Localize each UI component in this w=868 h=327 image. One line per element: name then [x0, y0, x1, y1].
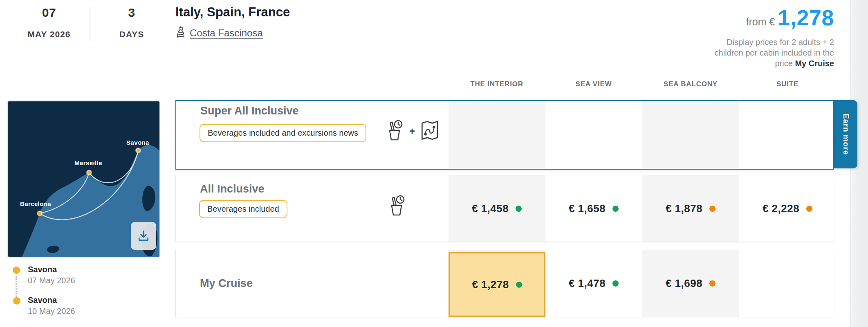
itinerary-port: Savona — [28, 265, 57, 274]
ship-name-link[interactable]: Costa Fascinosa — [190, 27, 263, 39]
column-header-suite: SUITE — [739, 80, 836, 88]
price-disclaimer: Display prices for 2 adults + 2 children… — [605, 37, 834, 69]
availability-dot — [612, 206, 619, 212]
plan-name: My Cruise — [200, 277, 253, 290]
price-value: € 2,228 — [763, 202, 799, 215]
departure-day: 07 — [25, 6, 74, 20]
map-route-icon — [419, 119, 440, 143]
price-cell-mycruise-sea-balcony[interactable]: € 1,698 — [642, 250, 739, 317]
itinerary-port: Savona — [28, 296, 57, 305]
price-cell-all-sea-view[interactable]: € 1,658 — [545, 175, 642, 242]
from-label: from € — [746, 16, 775, 28]
from-price-value: 1,278 — [778, 5, 834, 30]
availability-dot — [516, 206, 522, 212]
price-cell-all-sea-balcony[interactable]: € 1,878 — [642, 175, 739, 242]
disclaimer-my-cruise: My Cruise — [795, 59, 834, 68]
availability-dot — [709, 206, 715, 212]
plan-icons — [386, 193, 407, 219]
header-divider — [90, 6, 90, 42]
availability-dot — [516, 282, 522, 288]
port-dot-barcelona — [38, 211, 42, 216]
price-value: € 1,458 — [472, 202, 509, 215]
download-icon — [137, 229, 150, 242]
itinerary-date: 10 May 2026 — [28, 307, 75, 316]
cruise-pricing-page: 07 MAY 2026 3 DAYS Italy, Spain, France … — [0, 0, 868, 327]
plan-badge: Beverages included and excursions news — [200, 124, 366, 142]
plan-card-super-all-inclusive: Super All Inclusive Beverages included a… — [175, 100, 834, 170]
itinerary-map[interactable]: Savona Marseille Barcelona — [8, 101, 159, 257]
itinerary-connector — [16, 276, 17, 297]
plan-badge: Beverages included — [199, 200, 287, 218]
from-price-row: from € 1,278 — [746, 5, 834, 30]
plus-separator: + — [409, 125, 415, 137]
port-label-barcelona: Barcelona — [20, 200, 51, 207]
column-stripe — [642, 101, 739, 169]
availability-dot — [709, 280, 715, 287]
earn-more-tab[interactable]: Earn more — [834, 100, 857, 168]
price-cell-mycruise-sea-view[interactable]: € 1,478 — [545, 250, 642, 317]
port-label-marseille: Marseille — [74, 159, 102, 166]
plan-name: Super All Inclusive — [200, 105, 299, 117]
price-cell-mycruise-interior-selected[interactable]: € 1,278 — [449, 252, 545, 317]
price-value: € 1,878 — [666, 202, 702, 215]
plan-name: All Inclusive — [200, 183, 265, 195]
departure-month-year: MAY 2026 — [16, 29, 82, 39]
price-value: € 1,478 — [569, 277, 606, 290]
port-dot-marseille — [87, 170, 92, 175]
price-value: € 1,278 — [472, 278, 509, 291]
ship-icon — [175, 26, 186, 40]
price-cell-mycruise-suite-empty — [739, 250, 836, 317]
plan-icons: + — [384, 118, 440, 144]
column-header-sea-view: SEA VIEW — [545, 80, 642, 88]
ship-row: Costa Fascinosa — [175, 26, 263, 40]
drink-clock-icon — [386, 193, 407, 219]
column-header-interior: THE INTERIOR — [449, 80, 545, 88]
itinerary-dot — [13, 297, 20, 305]
itinerary-dot — [13, 267, 20, 274]
drink-clock-icon — [384, 118, 405, 144]
price-cell-all-suite[interactable]: € 2,228 — [739, 175, 836, 242]
trip-title: Italy, Spain, France — [175, 5, 290, 20]
map-download-button[interactable] — [131, 222, 156, 250]
column-header-sea-balcony: SEA BALCONY — [642, 80, 739, 88]
availability-dot — [806, 206, 812, 212]
column-stripe — [449, 101, 545, 169]
port-dot-savona — [136, 148, 141, 153]
port-label-savona: Savona — [126, 139, 149, 146]
earn-more-label: Earn more — [841, 114, 850, 155]
duration-value: 3 — [107, 6, 156, 20]
duration-label: DAYS — [99, 29, 164, 39]
price-value: € 1,698 — [666, 277, 702, 290]
itinerary-date: 07 May 2026 — [28, 276, 75, 285]
availability-dot — [612, 280, 619, 287]
price-value: € 1,658 — [569, 202, 606, 215]
price-cell-all-interior[interactable]: € 1,458 — [449, 175, 545, 242]
